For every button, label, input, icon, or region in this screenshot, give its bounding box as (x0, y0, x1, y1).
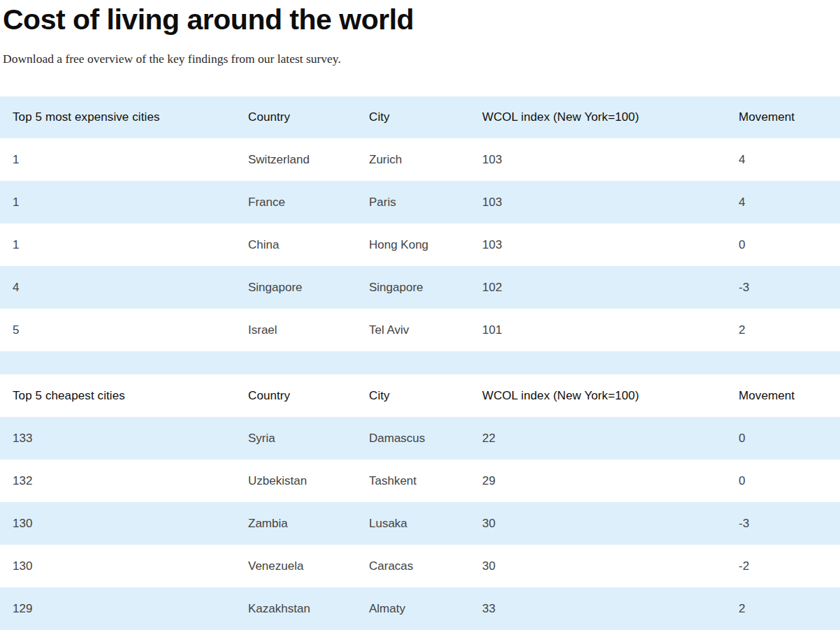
cell-rank: 132 (0, 474, 236, 488)
cell-rank: 1 (0, 238, 236, 252)
table-row: 4 Singapore Singapore 102 -3 (0, 266, 840, 309)
cell-country: Syria (236, 432, 356, 446)
cell-movement: 0 (726, 432, 840, 446)
cell-index: 103 (470, 196, 726, 210)
cell-movement: 2 (726, 323, 840, 337)
page: Cost of living around the world Download… (0, 0, 840, 632)
cell-city: Singapore (356, 281, 470, 295)
col-movement: Movement (726, 110, 840, 124)
table-spacer-band (0, 351, 840, 374)
table-row: 1 France Paris 103 4 (0, 181, 840, 223)
table-row: 130 Zambia Lusaka 30 -3 (0, 502, 840, 545)
table-row: 130 Venezuela Caracas 30 -2 (0, 545, 840, 587)
cell-movement: -3 (726, 517, 840, 531)
cell-movement: 0 (726, 238, 840, 252)
cell-movement: -3 (726, 281, 840, 295)
table-row: 129 Kazakhstan Almaty 33 2 (0, 587, 840, 630)
cell-country: China (236, 238, 356, 252)
cell-city: Almaty (356, 602, 470, 616)
cheapest-cities-table: Top 5 cheapest cities Country City WCOL … (0, 374, 840, 630)
table-row: 1 Switzerland Zurich 103 4 (0, 138, 840, 181)
cheapest-table-header-row: Top 5 cheapest cities Country City WCOL … (0, 374, 840, 417)
col-movement: Movement (726, 389, 840, 403)
table-row: 133 Syria Damascus 22 0 (0, 417, 840, 460)
cell-city: Tel Aviv (356, 323, 470, 337)
cell-rank: 133 (0, 432, 236, 446)
cell-country: Venezuela (236, 559, 356, 573)
cell-country: Uzbekistan (236, 474, 356, 488)
cell-index: 30 (470, 559, 726, 573)
col-city: City (356, 110, 470, 124)
cell-movement: 4 (726, 153, 840, 167)
col-country: Country (236, 110, 356, 124)
col-country: Country (236, 389, 356, 403)
page-subtitle: Download a free overview of the key find… (3, 52, 840, 66)
cell-country: France (236, 196, 356, 210)
page-title: Cost of living around the world (3, 0, 840, 36)
cell-country: Kazakhstan (236, 602, 356, 616)
col-city: City (356, 389, 470, 403)
cell-movement: 0 (726, 474, 840, 488)
cell-index: 33 (470, 602, 726, 616)
cell-city: Zurich (356, 153, 470, 167)
cell-rank: 4 (0, 281, 236, 295)
cell-index: 30 (470, 517, 726, 531)
cell-country: Switzerland (236, 153, 356, 167)
cell-country: Israel (236, 323, 356, 337)
cell-rank: 130 (0, 559, 236, 573)
cell-rank: 129 (0, 602, 236, 616)
cell-country: Singapore (236, 281, 356, 295)
cell-country: Zambia (236, 517, 356, 531)
cell-rank: 1 (0, 153, 236, 167)
expensive-cities-table: Top 5 most expensive cities Country City… (0, 96, 840, 351)
cell-index: 103 (470, 153, 726, 167)
cell-rank: 5 (0, 323, 236, 337)
col-wcol-index: WCOL index (New York=100) (470, 389, 726, 403)
table-row: 5 Israel Tel Aviv 101 2 (0, 309, 840, 351)
cell-index: 103 (470, 238, 726, 252)
cell-city: Hong Kong (356, 238, 470, 252)
cell-city: Damascus (356, 432, 470, 446)
cell-index: 22 (470, 432, 726, 446)
cell-index: 101 (470, 323, 726, 337)
table-row: 132 Uzbekistan Tashkent 29 0 (0, 460, 840, 502)
expensive-table-header-row: Top 5 most expensive cities Country City… (0, 96, 840, 138)
cell-index: 102 (470, 281, 726, 295)
cell-city: Tashkent (356, 474, 470, 488)
cell-city: Caracas (356, 559, 470, 573)
col-wcol-index: WCOL index (New York=100) (470, 110, 726, 124)
cell-city: Lusaka (356, 517, 470, 531)
table-label: Top 5 cheapest cities (0, 389, 236, 403)
cell-movement: -2 (726, 559, 840, 573)
masthead: Cost of living around the world Download… (0, 0, 840, 96)
cell-city: Paris (356, 196, 470, 210)
table-label: Top 5 most expensive cities (0, 110, 236, 124)
cell-rank: 130 (0, 517, 236, 531)
cell-index: 29 (470, 474, 726, 488)
table-row: 1 China Hong Kong 103 0 (0, 223, 840, 266)
cell-movement: 2 (726, 602, 840, 616)
cell-movement: 4 (726, 196, 840, 210)
cell-rank: 1 (0, 196, 236, 210)
